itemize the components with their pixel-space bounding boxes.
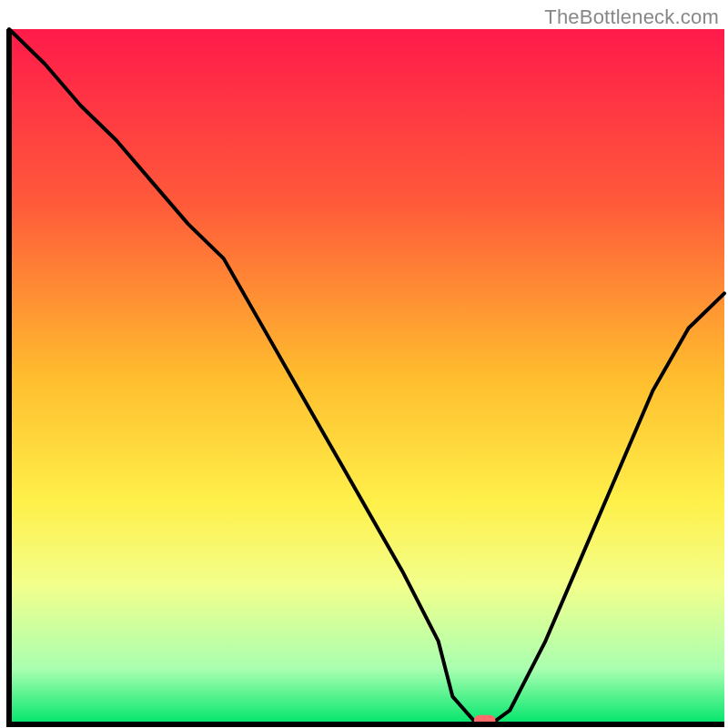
optimal-point-marker [474,715,496,727]
watermark-text: TheBottleneck.com [544,5,719,29]
chart-svg [0,0,728,728]
chart-container: TheBottleneck.com [0,0,728,728]
chart-background-gradient [9,29,724,724]
